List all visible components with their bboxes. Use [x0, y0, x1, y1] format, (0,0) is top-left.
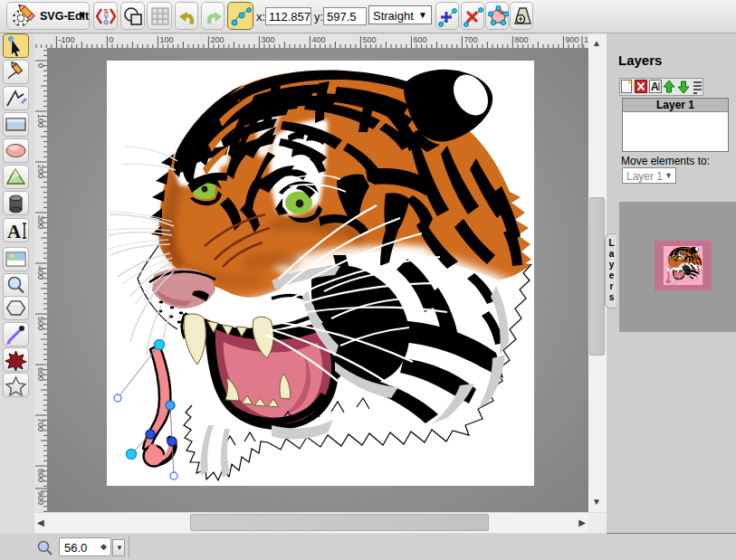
- svg-text:0: 0: [109, 35, 113, 44]
- svg-text:200: 200: [210, 35, 224, 44]
- svg-text:300: 300: [261, 35, 274, 44]
- svg-text:800: 800: [514, 35, 528, 44]
- svg-text:A: A: [651, 81, 659, 93]
- svg-text:500: 500: [362, 35, 376, 44]
- svg-text:700: 700: [464, 35, 477, 44]
- svg-text:900: 900: [36, 491, 45, 505]
- svg-text:400: 400: [311, 35, 325, 44]
- svg-text:900: 900: [565, 35, 578, 44]
- svg-text:600: 600: [413, 35, 426, 44]
- svg-text:G: G: [103, 19, 109, 25]
- svg-text:100: 100: [159, 35, 173, 44]
- svg-text:-100: -100: [58, 35, 74, 44]
- svg-text:A: A: [7, 221, 22, 242]
